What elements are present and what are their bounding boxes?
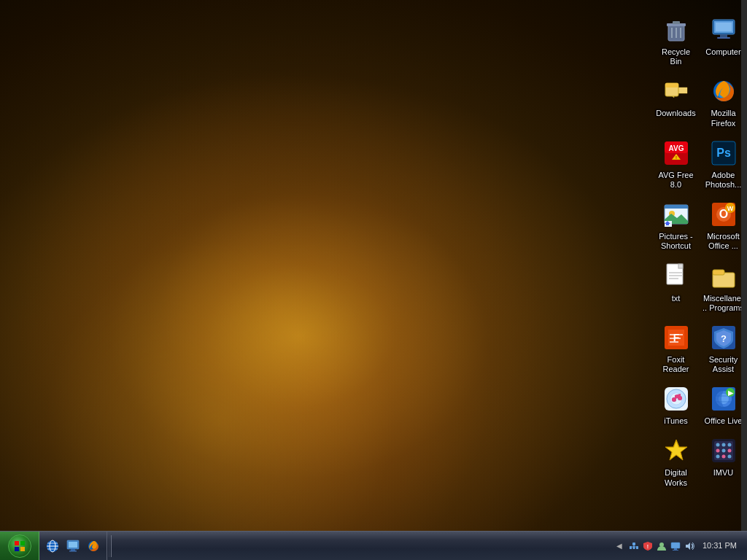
miscellaneous-label: Miscellane... Programs <box>703 294 744 313</box>
txt-icon <box>662 262 691 291</box>
scrollbar-edge[interactable] <box>741 0 747 531</box>
quick-ie-icon[interactable] <box>44 537 61 555</box>
computer-icon <box>709 15 738 44</box>
start-button[interactable] <box>0 532 39 561</box>
desktop-icon-imvu[interactable]: IMVU <box>700 432 747 491</box>
firefox-label: Mozilla Firefox <box>703 109 744 128</box>
digital-works-label: Digital Works <box>655 468 697 487</box>
desktop-icon-firefox[interactable]: Mozilla Firefox <box>700 72 747 132</box>
desktop-icon-avg[interactable]: AVG ! AVG Free 8.0 <box>652 134 700 194</box>
quick-launch <box>39 532 107 560</box>
wallpaper-creature <box>0 22 627 532</box>
svg-rect-88 <box>636 546 638 549</box>
icon-row-7: Digital Works <box>652 432 747 491</box>
svg-rect-81 <box>69 542 77 548</box>
svg-text:Ps: Ps <box>716 147 731 159</box>
pictures-icon <box>662 200 691 229</box>
svg-rect-95 <box>673 550 678 551</box>
svg-point-68 <box>721 455 725 459</box>
system-tray: ! <box>628 540 695 552</box>
desktop-icon-security-assist[interactable]: ? Security Assist <box>700 319 747 378</box>
firefox-icon <box>709 77 738 106</box>
desktop-icon-miscellaneous[interactable]: Miscellane... Programs <box>700 257 747 317</box>
svg-rect-86 <box>630 546 632 549</box>
svg-rect-8 <box>720 34 727 37</box>
start-orb <box>8 534 31 558</box>
desktop-icons-area: Recycle Bin Computer <box>652 7 747 532</box>
itunes-label: iTunes <box>664 416 688 426</box>
photoshop-icon: Ps <box>709 139 738 168</box>
quick-firefox-icon[interactable] <box>85 537 102 555</box>
svg-rect-94 <box>674 548 677 550</box>
icon-row-4: txt Miscellane... Programs <box>652 257 747 317</box>
svg-point-65 <box>721 449 725 453</box>
svg-rect-38 <box>713 270 724 275</box>
svg-point-67 <box>716 455 719 459</box>
imvu-icon <box>709 436 738 465</box>
itunes-icon <box>662 384 691 413</box>
svg-rect-13 <box>665 83 678 88</box>
icon-row-1: Downloads Mozilla Firefox <box>652 72 747 132</box>
svg-point-49 <box>678 396 682 400</box>
clock-time: 10:31 PM <box>703 540 737 551</box>
foxit-icon: F <box>662 323 691 352</box>
desktop-icon-digital-works[interactable]: Digital Works <box>652 432 700 491</box>
downloads-label: Downloads <box>656 109 695 118</box>
tray-volume-icon[interactable] <box>684 540 695 552</box>
svg-rect-83 <box>69 551 77 552</box>
tray-monitor-icon[interactable] <box>670 540 681 552</box>
svg-point-48 <box>672 397 676 402</box>
desktop-icon-downloads[interactable]: Downloads <box>652 72 700 132</box>
svg-point-66 <box>727 449 731 453</box>
svg-rect-24 <box>665 205 688 209</box>
pictures-label: Pictures - Shortcut <box>655 232 697 251</box>
tray-security-icon[interactable]: ! <box>642 540 654 552</box>
desktop-icon-foxit[interactable]: F Foxit Reader <box>652 319 700 378</box>
taskbar-divider <box>109 535 112 557</box>
desktop-icon-itunes[interactable]: iTunes <box>652 380 700 430</box>
icon-row-2: AVG ! AVG Free 8.0 Ps Adobe Photosh... <box>652 134 747 194</box>
tray-user-icon[interactable] <box>656 540 667 552</box>
svg-point-61 <box>716 443 719 447</box>
svg-text:▶: ▶ <box>727 389 733 397</box>
desktop-icon-photoshop[interactable]: Ps Adobe Photosh... <box>700 134 747 194</box>
office-live-label: Office Live <box>705 416 743 426</box>
ms-office-icon: O W <box>709 200 738 229</box>
svg-text:AVG: AVG <box>668 144 684 152</box>
txt-label: txt <box>672 294 681 303</box>
avg-label: AVG Free 8.0 <box>655 171 697 190</box>
svg-text:!: ! <box>647 544 649 549</box>
svg-text:!: ! <box>676 155 677 160</box>
svg-point-69 <box>727 455 731 459</box>
security-assist-icon: ? <box>709 323 738 352</box>
quick-desktop-icon[interactable] <box>64 537 82 555</box>
svg-rect-33 <box>678 264 683 268</box>
ms-office-label: Microsoft Office ... <box>703 232 744 251</box>
desktop-icon-txt[interactable]: txt <box>652 257 700 317</box>
desktop-icon-ms-office[interactable]: O W Microsoft Office ... <box>700 195 747 255</box>
clock[interactable]: 10:31 PM <box>698 540 741 551</box>
taskbar-right: ◀ ! <box>608 532 747 560</box>
recycle-bin-label: Recycle Bin <box>655 47 697 66</box>
icon-row-5: F Foxit Reader ? Sec <box>652 319 747 378</box>
svg-rect-85 <box>632 542 635 545</box>
recycle-bin-icon <box>662 15 691 44</box>
avg-icon: AVG ! <box>662 139 691 168</box>
foxit-label: Foxit Reader <box>655 355 697 374</box>
svg-point-63 <box>727 443 731 447</box>
svg-text:?: ? <box>721 333 727 344</box>
security-assist-label: Security Assist <box>703 355 744 374</box>
desktop-icon-pictures[interactable]: Pictures - Shortcut <box>652 195 700 255</box>
desktop: Recycle Bin Computer <box>0 0 747 560</box>
svg-rect-71 <box>15 541 19 545</box>
tray-network-icon[interactable] <box>628 540 640 552</box>
svg-point-62 <box>721 443 725 447</box>
tray-expand-icon[interactable]: ◀ <box>614 540 625 552</box>
icon-row-0: Recycle Bin Computer <box>652 11 747 71</box>
photoshop-label: Adobe Photosh... <box>703 171 744 190</box>
svg-rect-2 <box>673 21 680 24</box>
desktop-icon-computer[interactable]: Computer <box>700 11 747 71</box>
svg-rect-93 <box>671 542 680 548</box>
desktop-icon-recycle-bin[interactable]: Recycle Bin <box>652 11 700 71</box>
desktop-icon-office-live[interactable]: ▶ Office Live <box>700 380 747 430</box>
